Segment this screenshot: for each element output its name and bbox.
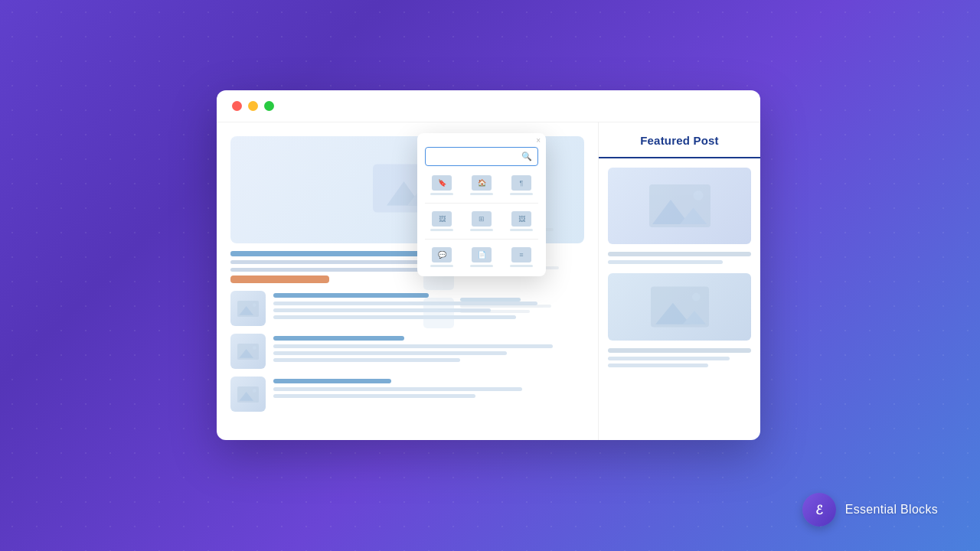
icon-item-grid[interactable]: ⊞ [465, 211, 498, 231]
row3-line-1 [273, 387, 522, 391]
popup-separator-1 [425, 203, 538, 204]
row2-line-3 [273, 358, 460, 362]
svg-point-20 [691, 293, 700, 302]
icon-item-document[interactable]: 📄 [465, 247, 498, 267]
traffic-light-yellow[interactable] [248, 101, 258, 111]
hero-cta-button [230, 276, 329, 283]
icon-grid-row-2: 🖼 ⊞ 🖼 [425, 211, 538, 231]
featured-post-header: Featured Post [599, 122, 760, 158]
svg-point-16 [693, 191, 703, 201]
search-icon: 🔍 [521, 152, 532, 161]
traffic-light-red[interactable] [232, 101, 242, 111]
icon-item-bookmark[interactable]: 🔖 [425, 175, 459, 195]
icon-item-image[interactable]: 🖼 [425, 211, 459, 231]
logo-area: ℰ Essential Blocks [802, 493, 938, 527]
popup-close-button[interactable]: × [536, 137, 541, 145]
thumbnail-3 [230, 377, 266, 412]
featured-line-2 [608, 260, 723, 264]
thumbnail-2 [230, 334, 266, 369]
hero-text-line-1 [230, 251, 425, 256]
icon-grid-row-3: 💬 📄 ≡ [425, 247, 538, 267]
svg-point-6 [253, 303, 256, 307]
featured-line-3 [608, 348, 751, 353]
right-panel: Featured Post [598, 122, 760, 440]
icon-item-chat[interactable]: 💬 [425, 247, 459, 267]
block-picker-popup: × 🔍 🔖 🏠 [417, 133, 546, 276]
popup-search-box: 🔍 [425, 147, 538, 166]
svg-point-9 [253, 346, 256, 350]
logo-text: Essential Blocks [845, 503, 938, 517]
content-row-2 [230, 334, 584, 369]
icon-item-home[interactable]: 🏠 [465, 175, 498, 195]
row2-line-blue [273, 336, 404, 341]
popup-search-input[interactable] [431, 152, 521, 161]
icon-grid-row-1: 🔖 🏠 ¶ [425, 175, 538, 195]
logo-circle: ℰ [802, 493, 836, 527]
icon-item-paragraph[interactable]: ¶ [505, 175, 538, 195]
row3-line-blue [273, 379, 391, 383]
featured-line-1 [608, 252, 751, 256]
svg-point-12 [253, 389, 256, 393]
featured-line-4 [608, 357, 730, 360]
row2-line-2 [273, 351, 507, 355]
popup-separator-2 [425, 239, 538, 240]
featured-post-body [599, 158, 760, 440]
icon-item-list[interactable]: ≡ [505, 247, 538, 267]
content-row-3 [230, 377, 584, 412]
browser-chrome [217, 90, 760, 122]
traffic-light-green[interactable] [264, 101, 274, 111]
featured-line-5 [608, 364, 708, 367]
row1-line-blue [273, 293, 429, 298]
featured-image-secondary [608, 273, 751, 341]
thumbnail-1 [230, 291, 266, 326]
featured-post-title: Featured Post [640, 134, 719, 147]
icon-item-gallery[interactable]: 🖼 [505, 211, 538, 231]
row2-line-1 [273, 344, 553, 348]
row3-line-2 [273, 394, 475, 398]
left-panel: × 🔍 🔖 🏠 [217, 122, 598, 440]
featured-image-primary [608, 168, 751, 244]
